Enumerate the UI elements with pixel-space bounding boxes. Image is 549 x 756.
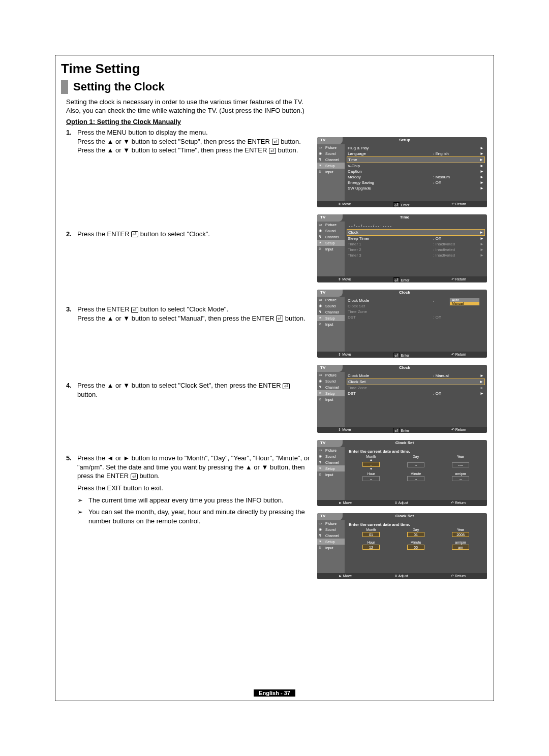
sidebar-item-channel[interactable]: ↯Channel bbox=[317, 532, 345, 539]
sidebar-item-picture[interactable]: ▭Picture bbox=[317, 372, 345, 378]
sidebar-item-input[interactable]: ⎚Input bbox=[317, 471, 345, 478]
osd-content: Enter the current date and time. Month01… bbox=[345, 520, 487, 573]
year-field[interactable]: ---- bbox=[452, 462, 469, 467]
sidebar-item-input[interactable]: ⎚Input bbox=[317, 321, 345, 327]
menu-row[interactable]: DST: Off► bbox=[347, 391, 485, 396]
sidebar-item-sound[interactable]: ◉Sound bbox=[317, 526, 345, 532]
sidebar-item-picture[interactable]: ▭Picture bbox=[317, 447, 345, 453]
menu-row[interactable]: V-Chip► bbox=[347, 163, 485, 169]
sidebar-item-channel[interactable]: ↯Channel bbox=[317, 384, 345, 390]
sidebar-label: Setup bbox=[325, 392, 334, 395]
sidebar-item-sound[interactable]: ◉Sound bbox=[317, 150, 345, 156]
hdr-minute: Minute bbox=[403, 541, 429, 544]
sidebar-label: Setup bbox=[325, 241, 334, 245]
sidebar-item-picture[interactable]: ▭Picture bbox=[317, 520, 345, 526]
sidebar-item-input[interactable]: ⎚Input bbox=[317, 396, 345, 402]
note-2-text: You can set the month, day, year, hour a… bbox=[88, 508, 310, 525]
sidebar-item-channel[interactable]: ↯Channel bbox=[317, 234, 345, 240]
menu-row[interactable]: DST: Off bbox=[347, 314, 485, 320]
row-value: : English bbox=[433, 151, 479, 156]
sidebar-item-sound[interactable]: ◉Sound bbox=[317, 453, 345, 459]
menu-row[interactable]: Energy Saving: Off► bbox=[347, 180, 485, 185]
sidebar-item-setup[interactable]: ✶Setup bbox=[317, 539, 345, 545]
minute-field[interactable]: 00 bbox=[407, 545, 424, 550]
menu-row[interactable]: Clock Mode: Manual► bbox=[347, 373, 485, 379]
osd-tv-label: TV bbox=[317, 365, 343, 372]
enter-icon: ⏎ bbox=[269, 148, 276, 154]
picture-icon: ▭ bbox=[319, 373, 324, 377]
month-field[interactable]: 01 bbox=[362, 532, 380, 537]
menu-row[interactable]: Plug & Play► bbox=[347, 145, 485, 151]
menu-row[interactable]: SW Upgrade► bbox=[347, 185, 485, 191]
sidebar-item-sound[interactable]: ◉Sound bbox=[317, 228, 345, 234]
minute-field[interactable]: -- bbox=[407, 476, 424, 481]
step-3-text-b: Press the ▲ or ▼ button to select "Manua… bbox=[77, 314, 276, 322]
menu-row[interactable]: Clock Set► bbox=[347, 379, 485, 385]
day-field[interactable]: 01 bbox=[407, 532, 424, 537]
day-field[interactable]: -- bbox=[407, 462, 424, 467]
row-value: : Off bbox=[433, 236, 479, 241]
sidebar-item-input[interactable]: ⎚Input bbox=[317, 246, 345, 252]
dropdown-option-auto[interactable]: Auto bbox=[450, 298, 479, 302]
sidebar-item-picture[interactable]: ▭Picture bbox=[317, 144, 345, 150]
chevron-right-icon: ► bbox=[479, 164, 484, 168]
osd-sidebar: ▭Picture ◉Sound ↯Channel ✶Setup ⎚Input bbox=[317, 372, 345, 427]
picture-icon: ▭ bbox=[319, 521, 324, 525]
menu-row[interactable]: Melody: Medium► bbox=[347, 174, 485, 180]
menu-row[interactable]: Caption► bbox=[347, 169, 485, 174]
sidebar-item-input[interactable]: ⎚Input bbox=[317, 545, 345, 551]
hour-field[interactable]: 12 bbox=[362, 545, 380, 550]
menu-row[interactable]: Time Zone► bbox=[347, 385, 485, 391]
sidebar-label: Picture bbox=[325, 522, 337, 525]
sidebar-item-channel[interactable]: ↯Channel bbox=[317, 459, 345, 465]
month-field[interactable]: -- bbox=[362, 462, 380, 467]
year-field[interactable]: 2008 bbox=[452, 532, 469, 537]
step-2-num: 2. bbox=[66, 230, 77, 239]
sidebar-item-channel[interactable]: ↯Channel bbox=[317, 309, 345, 315]
menu-row[interactable]: Language: English► bbox=[347, 151, 485, 156]
sidebar-item-sound[interactable]: ◉Sound bbox=[317, 378, 345, 384]
sidebar-label: Picture bbox=[325, 373, 337, 377]
menu-row[interactable]: Timer 1: Inactivated► bbox=[347, 241, 485, 247]
chevron-right-icon: ► bbox=[479, 169, 484, 174]
sidebar-item-picture[interactable]: ▭Picture bbox=[317, 297, 345, 303]
enter-icon: ⏎ bbox=[131, 474, 138, 480]
sidebar-label: Picture bbox=[325, 223, 337, 227]
dropdown-option-manual[interactable]: Manual bbox=[450, 302, 479, 305]
osd-title: Clock Set bbox=[343, 513, 467, 520]
osd-footer: ⇕ Move ⏎ Enter ↶ Return bbox=[317, 427, 487, 433]
sidebar-item-setup[interactable]: ✶Setup bbox=[317, 465, 345, 471]
sidebar-item-setup[interactable]: ✶Setup bbox=[317, 163, 345, 169]
row-value: : Off bbox=[433, 391, 479, 396]
ampm-field[interactable]: -- bbox=[452, 476, 469, 481]
menu-row[interactable]: Time Zone bbox=[347, 309, 485, 314]
menu-row[interactable]: Sleep Timer: Off► bbox=[347, 236, 485, 241]
step-1-num: 1. bbox=[66, 128, 77, 155]
osd-content: Clock Mode:Clock SetTime ZoneDST: Off Au… bbox=[345, 297, 487, 352]
menu-row[interactable]: Timer 3: Inactivated► bbox=[347, 253, 485, 258]
osd-content: Plug & Play►Language: English►Time►V-Chi… bbox=[345, 144, 487, 201]
clock-mode-dropdown[interactable]: Auto Manual bbox=[449, 298, 480, 306]
sidebar-item-picture[interactable]: ▭Picture bbox=[317, 222, 345, 228]
menu-row[interactable]: Time► bbox=[347, 156, 485, 163]
sidebar-item-setup[interactable]: ✶Setup bbox=[317, 315, 345, 321]
sidebar-item-channel[interactable]: ↯Channel bbox=[317, 156, 345, 163]
enter-icon: ⏎ bbox=[131, 231, 138, 237]
row-label: Plug & Play bbox=[348, 146, 433, 150]
hour-field[interactable]: -- bbox=[362, 476, 380, 481]
steps-list: 1. Press the MENU button to display the … bbox=[66, 128, 310, 531]
menu-row[interactable]: Clock► bbox=[347, 229, 485, 236]
sidebar-item-input[interactable]: ⎚Input bbox=[317, 169, 345, 175]
menu-row[interactable]: Timer 2: Inactivated► bbox=[347, 247, 485, 253]
sidebar-item-sound[interactable]: ◉Sound bbox=[317, 303, 345, 309]
row-value: : Off bbox=[433, 315, 479, 320]
osd-clock-set-menu-filled: TVClock Set ▭Picture ◉Sound ↯Channel ✶Se… bbox=[317, 513, 487, 579]
row-label: SW Upgrade bbox=[348, 186, 433, 191]
sidebar-label: Sound bbox=[325, 304, 336, 308]
step-3-text-b2: button. bbox=[283, 314, 305, 322]
sidebar-item-setup[interactable]: ✶Setup bbox=[317, 390, 345, 396]
step-3-text-a: Press the ENTER bbox=[77, 305, 131, 313]
footer-enter: ⏎ Enter bbox=[393, 428, 410, 433]
ampm-field[interactable]: am bbox=[452, 545, 469, 550]
sidebar-item-setup[interactable]: ✶Setup bbox=[317, 240, 345, 246]
